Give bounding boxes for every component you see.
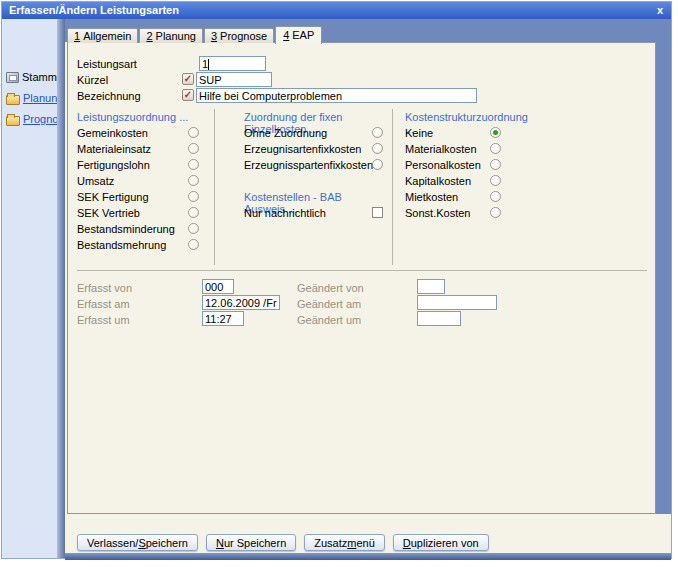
radio-option-ohne-zuordnung[interactable]: Ohne Zuordnung bbox=[244, 127, 383, 141]
kuerzel-input[interactable] bbox=[196, 72, 272, 87]
radio-icon[interactable] bbox=[490, 159, 501, 170]
radio-option-umsatz[interactable]: Umsatz bbox=[77, 175, 199, 189]
geaendert-am-input[interactable] bbox=[417, 295, 497, 310]
kuerzel-check-icon[interactable]: ✓ bbox=[182, 73, 194, 85]
radio-icon[interactable] bbox=[372, 143, 383, 154]
radio-icon[interactable] bbox=[188, 239, 199, 250]
radio-option-erzeugnisartenfixkosten[interactable]: Erzeugnisartenfixkosten bbox=[244, 143, 383, 157]
tab-page-eap: Leistungsart 1 Kürzel ✓ Bezeichnung ✓ bbox=[67, 42, 656, 514]
geaendert-um-input[interactable] bbox=[417, 311, 461, 326]
sidebar: Stammblatt Planung Prognose bbox=[2, 19, 57, 558]
tab-strip: 1Allgemein 2Planung 3Prognose 4EAP bbox=[67, 26, 323, 43]
duplizieren-von-button[interactable]: Duplizieren von bbox=[393, 534, 489, 551]
radio-icon[interactable] bbox=[372, 159, 383, 170]
page: Erfassen/Ändern Leistungsarten x Stammbl… bbox=[0, 0, 678, 567]
radio-icon[interactable] bbox=[372, 127, 383, 138]
radio-option-materialeinsatz[interactable]: Materialeinsatz bbox=[77, 143, 199, 157]
radio-option-keine[interactable]: Keine bbox=[405, 127, 501, 141]
kuerzel-label: Kürzel bbox=[77, 74, 108, 86]
erfasst-am-input[interactable] bbox=[202, 295, 280, 310]
window-body: Stammblatt Planung Prognose 1Allgemein bbox=[2, 19, 671, 558]
close-icon[interactable]: x bbox=[657, 2, 663, 19]
tab-allgemein[interactable]: 1Allgemein bbox=[67, 28, 138, 43]
erfasst-um-label: Erfasst um bbox=[77, 314, 130, 326]
radio-option-sek-vertrieb[interactable]: SEK Vertrieb bbox=[77, 207, 199, 221]
tab-number: 3 bbox=[211, 30, 217, 42]
geaendert-von-label: Geändert von bbox=[297, 282, 364, 294]
radio-icon[interactable] bbox=[490, 207, 501, 218]
radio-icon[interactable] bbox=[188, 143, 199, 154]
section-separator bbox=[77, 270, 647, 271]
radio-option-erzeugnisspartenfixkosten[interactable]: Erzeugnisspartenfixkosten bbox=[244, 159, 383, 173]
main-area: 1Allgemein 2Planung 3Prognose 4EAP Leist… bbox=[65, 19, 671, 558]
erfasst-am-label: Erfasst am bbox=[77, 298, 130, 310]
tab-label: Prognose bbox=[220, 30, 267, 42]
dialog-window: Erfassen/Ändern Leistungsarten x Stammbl… bbox=[1, 1, 672, 559]
button-row: Verlassen/Speichern Nur Speichern Zusatz… bbox=[77, 534, 489, 551]
nur-speichern-button[interactable]: Nur Speichern bbox=[206, 534, 296, 551]
erfasst-von-label: Erfasst von bbox=[77, 282, 132, 294]
tab-planung[interactable]: 2Planung bbox=[139, 28, 203, 43]
radio-icon[interactable] bbox=[490, 175, 501, 186]
erfasst-von-input[interactable] bbox=[202, 279, 234, 294]
titlebar[interactable]: Erfassen/Ändern Leistungsarten x bbox=[2, 2, 671, 19]
card-icon bbox=[6, 72, 19, 83]
radio-option-sek-fertigung[interactable]: SEK Fertigung bbox=[77, 191, 199, 205]
leistungsart-input[interactable]: 1 bbox=[199, 56, 266, 71]
leistungsart-label: Leistungsart bbox=[77, 58, 137, 70]
tab-number: 4 bbox=[283, 29, 289, 41]
bottom-edge-strip bbox=[65, 553, 671, 560]
check-icon: ✓ bbox=[184, 73, 192, 84]
column-divider bbox=[214, 109, 215, 265]
radio-icon[interactable] bbox=[188, 175, 199, 186]
bezeichnung-input[interactable] bbox=[196, 88, 477, 103]
bezeichnung-label: Bezeichnung bbox=[77, 90, 141, 102]
radio-icon[interactable] bbox=[490, 143, 501, 154]
radio-option-bestandsmehrung[interactable]: Bestandsmehrung bbox=[77, 239, 199, 253]
checkbox-icon[interactable] bbox=[372, 207, 383, 218]
sidebar-divider bbox=[57, 19, 65, 558]
geaendert-um-label: Geändert um bbox=[297, 314, 361, 326]
tab-label: Planung bbox=[156, 30, 196, 42]
column-divider bbox=[392, 109, 393, 265]
radio-option-materialkosten[interactable]: Materialkosten bbox=[405, 143, 501, 157]
checkbox-option-nur-nachrichtlich[interactable]: Nur nachrichtlich bbox=[244, 207, 383, 221]
radio-icon[interactable] bbox=[188, 191, 199, 202]
erfasst-um-input[interactable] bbox=[202, 311, 244, 326]
check-icon: ✓ bbox=[184, 89, 192, 100]
tab-number: 2 bbox=[146, 30, 152, 42]
zusatzmenu-button[interactable]: Zusatzmenü bbox=[304, 534, 385, 551]
folder-icon bbox=[6, 95, 20, 105]
radio-icon[interactable] bbox=[188, 127, 199, 138]
bezeichnung-check-icon[interactable]: ✓ bbox=[182, 89, 194, 101]
radio-icon[interactable] bbox=[188, 223, 199, 234]
radio-option-kapitalkosten[interactable]: Kapitalkosten bbox=[405, 175, 501, 189]
group-header: Leistungszuordnung ... bbox=[77, 111, 188, 123]
radio-option-mietkosten[interactable]: Mietkosten bbox=[405, 191, 501, 205]
tab-prognose[interactable]: 3Prognose bbox=[204, 28, 274, 43]
radio-icon-selected[interactable] bbox=[490, 127, 501, 138]
radio-option-fertigungslohn[interactable]: Fertigungslohn bbox=[77, 159, 199, 173]
geaendert-am-label: Geändert am bbox=[297, 298, 361, 310]
folder-icon bbox=[6, 116, 20, 126]
geaendert-von-input[interactable] bbox=[417, 279, 445, 294]
tab-eap[interactable]: 4EAP bbox=[275, 26, 322, 44]
radio-option-gemeinkosten[interactable]: Gemeinkosten bbox=[77, 127, 199, 141]
radio-icon[interactable] bbox=[188, 159, 199, 170]
tab-label: EAP bbox=[292, 29, 314, 41]
radio-icon[interactable] bbox=[188, 207, 199, 218]
tab-label: Allgemein bbox=[83, 30, 131, 42]
right-band bbox=[656, 19, 671, 514]
window-title: Erfassen/Ändern Leistungsarten bbox=[9, 4, 179, 16]
verlassen-speichern-button[interactable]: Verlassen/Speichern bbox=[77, 534, 198, 551]
tab-number: 1 bbox=[74, 30, 80, 42]
radio-option-bestandsminderung[interactable]: Bestandsminderung bbox=[77, 223, 199, 237]
radio-option-personalkosten[interactable]: Personalkosten bbox=[405, 159, 501, 173]
text-caret bbox=[208, 59, 209, 70]
radio-option-sonst-kosten[interactable]: Sonst.Kosten bbox=[405, 207, 501, 221]
sidebar-item-planung[interactable]: Planung bbox=[6, 90, 63, 106]
radio-icon[interactable] bbox=[490, 191, 501, 202]
